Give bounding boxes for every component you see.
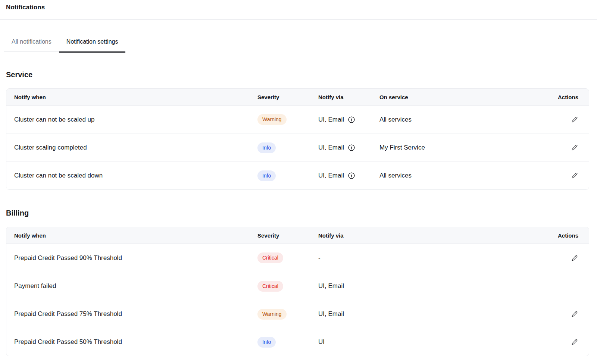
notify-via-text: UI, Email [318,310,344,318]
edit-button[interactable] [571,338,578,346]
table-row: Cluster can not be scaled down Info UI, … [6,161,589,189]
table-row: Cluster scaling completed Info UI, Email… [6,134,589,161]
notify-via-text: UI, Email [318,116,344,123]
notify-via-cell: UI, Email [318,310,563,318]
severity-cell: Warning [257,309,318,320]
column-header-severity: Severity [257,94,318,100]
actions-cell [563,338,578,346]
notify-via-text: - [318,254,321,262]
actions-cell [563,116,578,123]
table-row: Prepaid Credit Passed 50% Threshold Info… [6,328,589,356]
table-body: Cluster can not be scaled up Warning UI,… [6,106,589,189]
notify-via-cell: UI, Email [318,116,379,123]
column-header-notify-via: Notify via [318,94,379,100]
tab-all-notifications[interactable]: All notifications [4,38,59,51]
notify-when-cell: Prepaid Credit Passed 50% Threshold [14,338,257,346]
actions-cell [563,310,578,318]
tab-bar: All notifications Notification settings [4,38,597,51]
column-header-actions: Actions [563,232,578,239]
tab-notification-settings[interactable]: Notification settings [59,38,126,51]
edit-button[interactable] [571,310,578,318]
edit-button[interactable] [571,254,578,262]
info-icon[interactable] [348,116,355,123]
section-heading: Service [6,70,589,79]
actions-cell [563,254,578,262]
severity-badge: Info [257,337,276,348]
notify-when-cell: Prepaid Credit Passed 90% Threshold [14,254,257,262]
page-header: Notifications [0,0,597,20]
notification-section: Service Notify when Severity Notify via … [6,70,589,190]
actions-cell [563,172,578,179]
notification-settings-table: Notify when Severity Notify via Actions … [6,227,589,356]
edit-button[interactable] [571,172,578,179]
on-service-cell: All services [379,116,563,123]
notification-section: Billing Notify when Severity Notify via … [6,208,589,356]
severity-cell: Critical [257,252,318,263]
column-header-on-service: On service [379,94,563,100]
notify-when-cell: Payment failed [14,282,257,290]
table-row: Prepaid Credit Passed 75% Threshold Warn… [6,300,589,328]
notify-via-cell: UI, Email [318,144,379,151]
severity-badge: Critical [257,281,283,292]
notify-via-cell: UI [318,338,563,346]
info-icon[interactable] [348,144,355,151]
notify-when-cell: Cluster can not be scaled up [14,116,257,123]
table-body: Prepaid Credit Passed 90% Threshold Crit… [6,244,589,356]
column-header-notify-when: Notify when [14,94,257,100]
notify-via-text: UI, Email [318,282,344,290]
column-header-actions: Actions [563,94,578,100]
notify-when-cell: Prepaid Credit Passed 75% Threshold [14,310,257,318]
severity-badge: Info [257,142,276,153]
table-header-row: Notify when Severity Notify via On servi… [6,89,589,106]
severity-cell: Critical [257,281,318,292]
info-icon[interactable] [348,172,355,179]
severity-badge: Warning [257,114,287,125]
pencil-icon [571,144,578,151]
section-heading: Billing [6,208,589,217]
severity-cell: Info [257,142,318,153]
pencil-icon [571,116,578,123]
edit-button[interactable] [571,116,578,123]
notify-via-text: UI [318,338,325,346]
notify-via-cell: UI, Email [318,282,563,290]
severity-cell: Info [257,170,318,181]
column-header-severity: Severity [257,232,318,239]
severity-badge: Info [257,170,276,181]
severity-cell: Warning [257,114,318,125]
page-title: Notifications [6,3,591,12]
on-service-cell: All services [379,172,563,179]
pencil-icon [571,311,578,317]
table-row: Cluster can not be scaled up Warning UI,… [6,106,589,134]
table-row: Payment failed Critical UI, Email [6,272,589,300]
edit-button[interactable] [571,144,578,151]
table-header-row: Notify when Severity Notify via Actions [6,227,589,244]
notify-via-text: UI, Email [318,172,344,179]
notify-via-cell: UI, Email [318,172,379,179]
column-header-notify-when: Notify when [14,232,257,239]
notify-via-cell: - [318,254,563,262]
notify-when-cell: Cluster can not be scaled down [14,172,257,179]
actions-cell [563,144,578,151]
notify-via-text: UI, Email [318,144,344,151]
severity-badge: Warning [257,309,287,320]
notification-settings-content: Service Notify when Severity Notify via … [6,70,589,356]
severity-badge: Critical [257,252,283,263]
on-service-cell: My First Service [379,144,563,151]
pencil-icon [571,255,578,261]
pencil-icon [571,339,578,345]
table-row: Prepaid Credit Passed 90% Threshold Crit… [6,244,589,272]
notification-settings-table: Notify when Severity Notify via On servi… [6,88,589,190]
notify-when-cell: Cluster scaling completed [14,144,257,151]
column-header-notify-via: Notify via [318,232,563,239]
severity-cell: Info [257,337,318,348]
pencil-icon [571,172,578,179]
